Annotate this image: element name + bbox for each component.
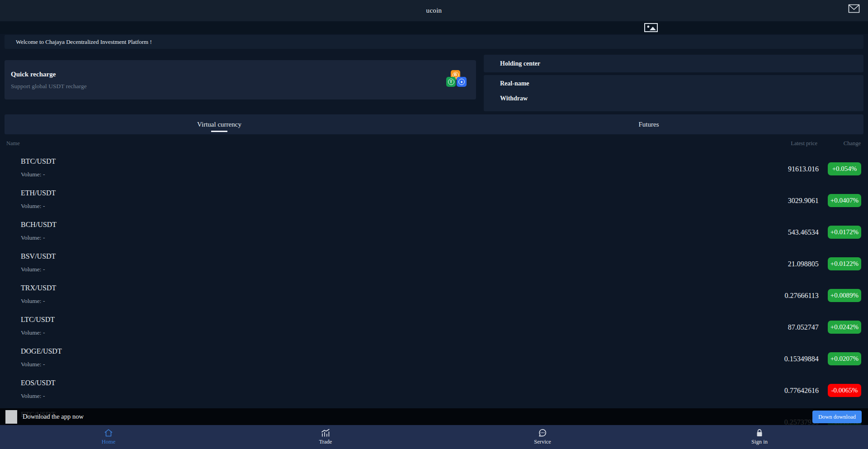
app-logo-placeholder — [5, 410, 17, 424]
pair-name: TRX/USDT — [21, 284, 56, 292]
trade-chart-icon — [321, 429, 330, 437]
welcome-notice: Welcome to Chajaya Decentralized Investm… — [5, 35, 863, 49]
market-row-ltc[interactable]: LTC/USDT Volume: - 87.052747+0.0242% — [0, 310, 868, 341]
column-header-latest-price: Latest price — [791, 140, 817, 147]
market-row-btc[interactable]: BTC/USDT Volume: - 91613.016+0.054% — [0, 151, 868, 183]
latest-price: 0.27666113 — [784, 292, 818, 300]
change-badge: +0.0207% — [828, 352, 861, 365]
pair-name: BTC/USDT — [21, 157, 56, 165]
top-bar: ucoin — [0, 0, 868, 21]
pair-volume: Volume: - — [21, 329, 45, 336]
pair-name: ETH/USDT — [21, 189, 56, 197]
bottom-nav: Home Trade — [0, 425, 868, 449]
nav-item-sign-in[interactable]: Sign in — [651, 425, 868, 449]
quick-recharge-subtitle: Support global USDT recharge — [11, 83, 87, 90]
market-row-doge[interactable]: DOGE/USDT Volume: - 0.15349884+0.0207% — [0, 341, 868, 373]
app-title: ucoin — [426, 7, 442, 14]
pair-name: DOGE/USDT — [21, 347, 62, 355]
market-tabs: Virtual currency Futures — [5, 114, 863, 134]
home-icon — [104, 429, 113, 437]
market-row-eos[interactable]: EOS/USDT Volume: - 0.77642616-0.0065% — [0, 373, 868, 405]
nav-label: Trade — [319, 439, 332, 445]
market-row-bsv[interactable]: BSV/USDT Volume: - 21.098805+0.0122% — [0, 246, 868, 278]
download-bar-text: Download the app now — [23, 413, 84, 421]
pair-name: LTC/USDT — [21, 316, 55, 324]
change-badge: -0.0065% — [828, 384, 861, 397]
change-badge: +0.0122% — [828, 257, 861, 270]
latest-price: 87.052747 — [788, 323, 819, 331]
pair-volume: Volume: - — [21, 234, 45, 241]
app-page: ucoin Welcome to Chajaya Decentralized I… — [0, 0, 868, 449]
nav-item-service[interactable]: Service — [434, 425, 651, 449]
ethereum-symbol: ♦ — [458, 79, 465, 85]
cards-row: Quick recharge Support global USDT recha… — [5, 55, 863, 111]
tether-symbol: T — [448, 79, 454, 85]
ethereum-icon: ♦ — [457, 77, 467, 87]
change-badge: +0.0172% — [828, 226, 861, 239]
pair-volume: Volume: - — [21, 171, 45, 178]
service-chat-icon — [538, 429, 547, 437]
latest-price: 0.77642616 — [784, 387, 819, 395]
quick-recharge-card[interactable]: Quick recharge Support global USDT recha… — [5, 60, 476, 99]
market-row-bch[interactable]: BCH/USDT Volume: - 543.46534+0.0172% — [0, 215, 868, 246]
pair-name: BCH/USDT — [21, 221, 57, 229]
nav-item-home[interactable]: Home — [0, 425, 217, 449]
pair-volume: Volume: - — [21, 392, 45, 400]
latest-price: 91613.016 — [788, 165, 819, 173]
nav-label: Sign in — [751, 439, 768, 445]
latest-price: 3029.9061 — [788, 197, 819, 205]
pair-name: EOS/USDT — [21, 379, 55, 387]
mail-button[interactable] — [847, 4, 861, 15]
holding-center-card: Holding center — [484, 55, 863, 72]
market-row-trx[interactable]: TRX/USDT Volume: - 0.27666113+0.0089% — [0, 278, 868, 310]
tether-icon: T — [446, 77, 456, 87]
nav-label: Home — [102, 439, 116, 445]
change-badge: +0.054% — [828, 162, 861, 175]
mail-icon — [848, 4, 860, 15]
market-row-eth[interactable]: ETH/USDT Volume: - 3029.9061+0.0407% — [0, 183, 868, 215]
pair-volume: Volume: - — [21, 203, 45, 210]
pair-volume: Volume: - — [21, 298, 45, 305]
menu-item-holding-center[interactable]: Holding center — [484, 60, 540, 67]
nav-item-trade[interactable]: Trade — [217, 425, 434, 449]
tab-futures[interactable]: Futures — [434, 114, 863, 134]
crypto-coins-illustration: B T ♦ — [446, 70, 472, 91]
account-actions-card: Real-name Withdraw — [484, 75, 863, 111]
nav-label: Service — [534, 439, 551, 445]
menu-item-withdraw[interactable]: Withdraw — [484, 95, 863, 102]
menu-item-real-name[interactable]: Real-name — [484, 80, 863, 87]
market-table: BTC/USDT Volume: - 91613.016+0.054% ETH/… — [0, 151, 868, 436]
download-button[interactable]: Down download — [812, 411, 862, 423]
broken-image-icon — [644, 23, 658, 34]
column-header-change: Change — [844, 140, 861, 147]
market-table-header: Name Latest price Change — [0, 136, 868, 150]
banner-carousel — [0, 21, 868, 34]
latest-price: 0.15349884 — [784, 355, 819, 363]
pair-volume: Volume: - — [21, 361, 45, 368]
lock-icon — [755, 429, 764, 437]
change-badge: +0.0089% — [828, 289, 861, 302]
account-menu: Holding center Real-name Withdraw — [484, 55, 863, 111]
pair-name: BSV/USDT — [21, 252, 56, 260]
latest-price: 543.46534 — [788, 228, 819, 236]
pair-volume: Volume: - — [21, 266, 45, 273]
active-tab-indicator — [211, 131, 227, 132]
column-header-name: Name — [6, 140, 20, 147]
download-app-bar: Download the app now Down download — [0, 408, 868, 425]
latest-price: 21.098805 — [788, 260, 819, 268]
change-badge: +0.0407% — [828, 194, 861, 207]
change-badge: +0.0242% — [828, 321, 861, 334]
quick-recharge-title: Quick recharge — [11, 71, 56, 78]
welcome-notice-text: Welcome to Chajaya Decentralized Investm… — [16, 38, 152, 46]
